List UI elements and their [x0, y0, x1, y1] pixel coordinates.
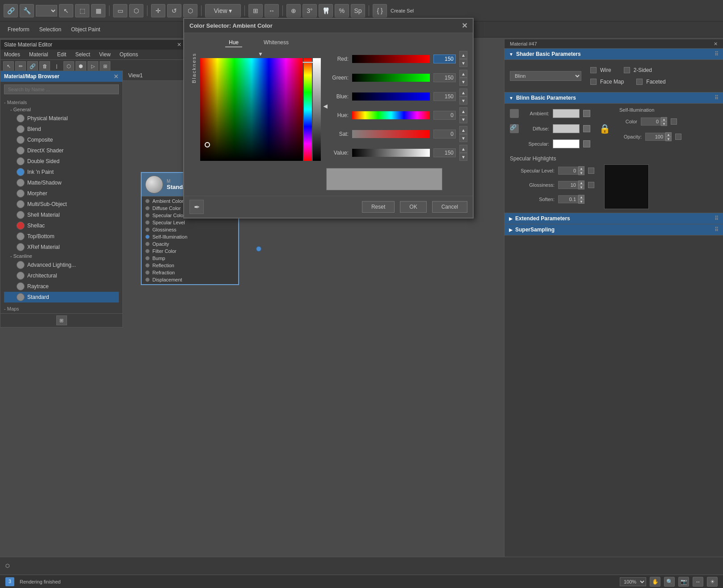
- mmb-general-header[interactable]: - General: [4, 106, 119, 113]
- spinner-snap-icon[interactable]: Sp: [351, 4, 365, 17]
- link-icon[interactable]: 🔗: [4, 4, 18, 17]
- cs-red-bar[interactable]: [352, 55, 430, 63]
- cs-val-bar[interactable]: [352, 149, 430, 157]
- specular-color-box[interactable]: [553, 139, 580, 148]
- cs-sat-up-btn[interactable]: ▲: [459, 126, 467, 134]
- mmb-item-raytrace[interactable]: Raytrace: [4, 281, 119, 292]
- cs-gradient-picker[interactable]: [200, 58, 303, 161]
- mmb-item-advanced-lighting[interactable]: Advanced Lighting...: [4, 260, 119, 270]
- braces-icon[interactable]: { }: [373, 4, 387, 17]
- menu-select[interactable]: Select: [73, 50, 92, 59]
- cs-red-input[interactable]: 150: [433, 55, 456, 63]
- cs-blue-up-btn[interactable]: ▲: [459, 88, 467, 97]
- menu-modes[interactable]: Modes: [2, 50, 22, 59]
- color-lock-icon[interactable]: 🔒: [599, 123, 610, 134]
- self-illum-up[interactable]: ▲: [661, 117, 667, 122]
- diffuse-map-btn[interactable]: [583, 125, 590, 132]
- cs-green-input[interactable]: 150: [433, 73, 456, 82]
- mmb-item-standard[interactable]: Standard: [4, 292, 119, 302]
- cs-val-down-btn[interactable]: ▼: [459, 153, 467, 161]
- soften-input[interactable]: 0.1: [558, 195, 578, 203]
- cs-ok-btn[interactable]: OK: [400, 201, 426, 213]
- two-sided-checkbox[interactable]: [624, 67, 630, 73]
- cs-green-down-btn[interactable]: ▼: [459, 78, 467, 86]
- soften-down[interactable]: ▼: [578, 199, 584, 204]
- mmb-expand-btn[interactable]: ⊞: [56, 315, 67, 325]
- mirror-icon[interactable]: ↔: [265, 4, 279, 17]
- sme-close-button[interactable]: ✕: [177, 42, 181, 48]
- sme-delete-btn[interactable]: 🗑: [39, 61, 50, 71]
- soften-up[interactable]: ▲: [578, 195, 584, 199]
- spec-level-input[interactable]: 0: [558, 167, 578, 175]
- cs-blue-down-btn[interactable]: ▼: [459, 97, 467, 105]
- mmb-close-btn[interactable]: ✕: [113, 73, 119, 80]
- cs-red-down-btn[interactable]: ▼: [459, 59, 467, 67]
- menu-view[interactable]: View: [97, 50, 113, 59]
- selection-tab[interactable]: Selection: [35, 25, 65, 34]
- mmb-item-ink-paint[interactable]: Ink 'n Paint: [4, 167, 119, 177]
- cs-hue-input[interactable]: 0: [433, 111, 456, 120]
- glossiness-up[interactable]: ▲: [578, 181, 584, 185]
- align-icon[interactable]: ⊞: [248, 4, 263, 17]
- mmb-item-directx[interactable]: DirectX Shader: [4, 145, 119, 156]
- node-slot-reflection[interactable]: Reflection: [142, 262, 238, 269]
- sme-layout-btn[interactable]: ⊞: [100, 61, 110, 71]
- mmb-item-morpher[interactable]: Morpher: [4, 188, 119, 199]
- angle-snap-icon[interactable]: 3°: [303, 4, 317, 17]
- self-illum-down[interactable]: ▼: [661, 122, 667, 126]
- right-panel-close[interactable]: ✕: [714, 41, 718, 47]
- selection-dropdown[interactable]: All: [36, 5, 57, 17]
- mmb-maps-header[interactable]: - Maps: [4, 304, 119, 312]
- sme-link-btn[interactable]: 🔗: [27, 61, 38, 71]
- cs-sat-down-btn[interactable]: ▼: [459, 134, 467, 142]
- cs-val-up-btn[interactable]: ▲: [459, 145, 467, 153]
- mmb-item-shell-material[interactable]: Shell Material: [4, 210, 119, 220]
- node-slot-bump[interactable]: Bump: [142, 255, 238, 262]
- cs-sat-bar[interactable]: [352, 130, 430, 138]
- select-region-icon[interactable]: ⬚: [75, 4, 89, 17]
- supersampling-header[interactable]: ▶ SuperSampling ⠿: [504, 224, 723, 235]
- menu-edit[interactable]: Edit: [55, 50, 68, 59]
- status-sun-icon[interactable]: ☀: [707, 577, 718, 587]
- snap-icon[interactable]: 🦷: [319, 4, 333, 17]
- node-slot-refraction[interactable]: Refraction: [142, 269, 238, 276]
- wire-checkbox[interactable]: [590, 67, 597, 73]
- rect-select-icon[interactable]: ▭: [113, 4, 127, 17]
- cs-eyedropper-btn[interactable]: ✒: [189, 200, 204, 214]
- cs-blue-bar[interactable]: [352, 92, 430, 101]
- cs-whiteness-slider[interactable]: [313, 58, 321, 161]
- sme-assign-btn[interactable]: ▷: [88, 61, 98, 71]
- sme-material-btn[interactable]: ⬡: [63, 61, 74, 71]
- cs-hue-up-btn[interactable]: ▲: [459, 107, 467, 115]
- zoom-dropdown[interactable]: 100%: [620, 577, 646, 586]
- mmb-scanline-header[interactable]: - Scanline: [4, 252, 119, 260]
- freeform-tab[interactable]: Freeform: [4, 25, 34, 34]
- glossiness-checkbox[interactable]: [588, 182, 594, 188]
- glossiness-input[interactable]: 10: [558, 181, 578, 189]
- cs-cancel-btn[interactable]: Cancel: [432, 201, 467, 213]
- mmb-item-double-sided[interactable]: Double Sided: [4, 156, 119, 167]
- node-slot-opacity[interactable]: Opacity: [142, 240, 238, 248]
- cs-hue-down-btn[interactable]: ▼: [459, 115, 467, 123]
- spec-level-checkbox[interactable]: [588, 168, 594, 174]
- move-icon[interactable]: ✛: [151, 4, 165, 17]
- spec-level-up[interactable]: ▲: [578, 166, 584, 171]
- mmb-item-blend[interactable]: Blend: [4, 124, 119, 134]
- blinn-params-header[interactable]: ▼ Blinn Basic Parameters ⠿: [504, 92, 723, 104]
- shader-params-header[interactable]: ▼ Shader Basic Parameters ⠿: [504, 49, 723, 60]
- cs-close-btn[interactable]: ✕: [462, 21, 467, 30]
- node-slot-filter-color[interactable]: Filter Color: [142, 248, 238, 255]
- sme-select-btn[interactable]: ↖: [3, 61, 14, 71]
- spec-level-down[interactable]: ▼: [578, 171, 584, 175]
- faceted-checkbox[interactable]: [636, 79, 643, 85]
- menu-options[interactable]: Options: [118, 50, 140, 59]
- rotate-icon[interactable]: ↺: [167, 4, 181, 17]
- select-icon[interactable]: ↖: [59, 4, 73, 17]
- opacity-up[interactable]: ▲: [665, 132, 672, 137]
- glossiness-down[interactable]: ▼: [578, 185, 584, 189]
- status-search-icon[interactable]: 🔍: [664, 577, 675, 587]
- cs-whiteness-tab[interactable]: Whiteness: [260, 38, 292, 47]
- opacity-down[interactable]: ▼: [665, 137, 672, 141]
- cs-val-input[interactable]: 150: [433, 148, 456, 157]
- mmb-item-top-bottom[interactable]: Top/Bottom: [4, 231, 119, 242]
